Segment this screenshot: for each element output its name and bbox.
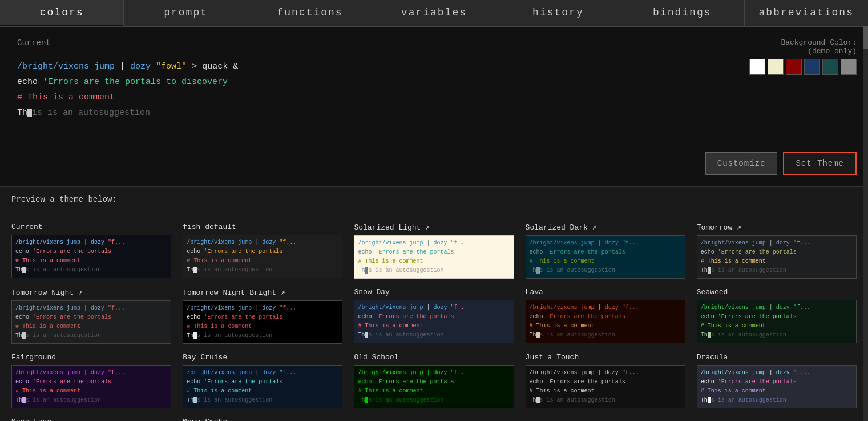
tab-functions[interactable]: functions <box>248 0 372 26</box>
theme-item[interactable]: Solarized Dark ↗/bright/vixens jump | do… <box>520 218 691 283</box>
theme-preview-box: /bright/vixens jump | dozy "f...echo 'Er… <box>183 235 342 278</box>
theme-item[interactable]: Tomorrow ↗/bright/vixens jump | dozy "f.… <box>691 218 862 283</box>
scrollbar[interactable] <box>863 26 868 421</box>
set-theme-button[interactable]: Set Theme <box>783 152 857 175</box>
swatch-cream[interactable] <box>768 59 784 75</box>
theme-name: Solarized Light ↗ <box>354 223 514 232</box>
theme-preview-box: /bright/vixens jump | dozy "f...echo 'Er… <box>526 365 685 408</box>
theme-name: Old School <box>354 353 514 362</box>
theme-name: Dracula <box>697 353 857 362</box>
theme-item[interactable]: Snow Day/bright/vixens jump | dozy "f...… <box>348 283 519 348</box>
swatch-teal[interactable] <box>822 59 838 75</box>
preview-section-label: Preview a theme below: <box>0 187 868 212</box>
theme-item[interactable]: Mono Lace/bright/vixens jump | dozy "f..… <box>6 413 177 421</box>
swatch-gray[interactable] <box>841 59 857 75</box>
theme-preview-box: /bright/vixens jump | dozy "f...echo 'Er… <box>354 235 514 279</box>
theme-preview-box: /bright/vixens jump | dozy "f...echo 'Er… <box>183 300 342 344</box>
theme-preview-box: /bright/vixens jump | dozy "f...echo 'Er… <box>354 300 514 343</box>
bg-color-section: Background Color:(demo only) <box>749 38 857 75</box>
tab-prompt[interactable]: prompt <box>124 0 248 26</box>
theme-item[interactable]: Solarized Light ↗/bright/vixens jump | d… <box>348 218 519 283</box>
theme-name: Current <box>11 223 171 231</box>
current-preview-area: Current /bright/vixens jump | dozy "fowl… <box>0 27 868 187</box>
theme-name: Seaweed <box>697 288 857 296</box>
theme-name: Fairground <box>11 353 171 362</box>
theme-preview-box: /bright/vixens jump | dozy "f...echo 'Er… <box>11 365 171 408</box>
bg-color-label: Background Color:(demo only) <box>749 38 857 55</box>
theme-name: Solarized Dark ↗ <box>526 223 685 232</box>
theme-name: Bay Cruise <box>183 353 342 362</box>
theme-name: Snow Day <box>354 288 514 296</box>
theme-preview-box: /bright/vixens jump | dozy "f...echo 'Er… <box>526 300 685 343</box>
preview-code: /bright/vixens jump | dozy "fowl" > quac… <box>17 59 851 121</box>
theme-item[interactable]: Just a Touch/bright/vixens jump | dozy "… <box>520 348 691 413</box>
theme-name: Tomorrow ↗ <box>697 223 857 232</box>
tab-variables[interactable]: variables <box>372 0 496 26</box>
theme-item[interactable]: Tomorrow Night Bright ↗/bright/vixens ju… <box>177 283 348 348</box>
theme-preview-box: /bright/vixens jump | dozy "f...echo 'Er… <box>697 365 857 408</box>
theme-item[interactable]: Fairground/bright/vixens jump | dozy "f.… <box>6 348 177 413</box>
tab-abbreviations[interactable]: abbreviations <box>745 0 868 26</box>
bg-swatches <box>749 59 857 75</box>
theme-item[interactable]: Seaweed/bright/vixens jump | dozy "f...e… <box>691 283 862 348</box>
theme-item[interactable]: Dracula/bright/vixens jump | dozy "f...e… <box>691 348 862 413</box>
theme-preview-box: /bright/vixens jump | dozy "f...echo 'Er… <box>697 235 857 279</box>
customize-button[interactable]: Customize <box>705 152 778 175</box>
cursor <box>27 109 32 117</box>
scrollbar-thumb[interactable] <box>863 26 868 49</box>
theme-item[interactable]: Current/bright/vixens jump | dozy "f...e… <box>6 218 177 283</box>
theme-name: Tomorrow Night Bright ↗ <box>183 288 342 297</box>
theme-item[interactable]: Old School/bright/vixens jump | dozy "f.… <box>348 348 519 413</box>
theme-preview-box: /bright/vixens jump | dozy "f...echo 'Er… <box>697 300 857 343</box>
theme-item[interactable]: Mono Smoke/bright/vixens jump | dozy "f.… <box>177 413 348 421</box>
swatch-white[interactable] <box>749 59 765 75</box>
themes-grid: Current/bright/vixens jump | dozy "f...e… <box>0 212 868 421</box>
tab-colors[interactable]: colors <box>0 0 124 26</box>
theme-preview-box: /bright/vixens jump | dozy "f...echo 'Er… <box>11 300 171 344</box>
theme-name: Mono Smoke <box>183 418 342 421</box>
theme-name: Mono Lace <box>11 418 171 421</box>
theme-preview-box: /bright/vixens jump | dozy "f...echo 'Er… <box>11 235 171 278</box>
top-nav: colors prompt functions variables histor… <box>0 0 868 27</box>
theme-preview-box: /bright/vixens jump | dozy "f...echo 'Er… <box>526 235 685 279</box>
swatch-dark-blue[interactable] <box>804 59 820 75</box>
theme-name: Tomorrow Night ↗ <box>11 288 171 297</box>
theme-item[interactable]: Tomorrow Night ↗/bright/vixens jump | do… <box>6 283 177 348</box>
theme-item[interactable]: fish default/bright/vixens jump | dozy "… <box>177 218 348 283</box>
theme-preview-box: /bright/vixens jump | dozy "f...echo 'Er… <box>354 365 514 408</box>
code-command: /bright/vixens jump <box>17 62 115 71</box>
theme-item[interactable]: Lava/bright/vixens jump | dozy "f...echo… <box>520 283 691 348</box>
tab-bindings[interactable]: bindings <box>620 0 744 26</box>
tab-history[interactable]: history <box>496 0 620 26</box>
theme-item[interactable]: Bay Cruise/bright/vixens jump | dozy "f.… <box>177 348 348 413</box>
theme-name: Just a Touch <box>526 353 685 362</box>
theme-name: fish default <box>183 223 342 231</box>
theme-preview-box: /bright/vixens jump | dozy "f...echo 'Er… <box>183 365 342 408</box>
action-buttons: Customize Set Theme <box>705 152 857 175</box>
theme-name: Lava <box>526 288 685 296</box>
current-label: Current <box>17 38 851 47</box>
swatch-dark-red[interactable] <box>786 59 802 75</box>
